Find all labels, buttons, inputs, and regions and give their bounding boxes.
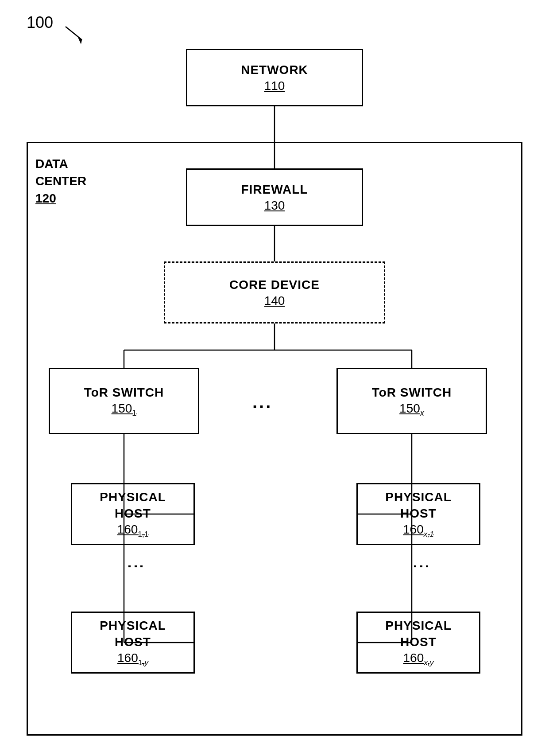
physical-host-1-1-box: PHYSICALHOST 1601,1 [71, 483, 195, 545]
network-id: 110 [264, 79, 285, 93]
left-vertical-ellipsis: ⋮ [130, 557, 143, 576]
right-vertical-ellipsis: ⋮ [416, 557, 428, 576]
physical-host-x-y-box: PHYSICALHOST 160x,y [356, 612, 480, 674]
physical-host-x-y-id: 160x,y [403, 651, 434, 667]
physical-host-1-1-id: 1601,1 [117, 522, 149, 539]
tor-switch-x-id: 150x [399, 401, 424, 418]
physical-host-1-y-box: PHYSICALHOST 1601,y [71, 612, 195, 674]
physical-host-x-1-id: 160x,1 [403, 522, 434, 539]
physical-host-1-y-label: PHYSICALHOST [100, 618, 166, 650]
svg-line-0 [66, 27, 82, 40]
datacenter-label: DATACENTER120 [35, 155, 86, 207]
switch-ellipsis: ... [252, 392, 272, 412]
diagram: 100 NETWORK 110 DATACENTER120 FIREWALL 1… [0, 0, 549, 756]
firewall-box: FIREWALL 130 [186, 168, 363, 226]
firewall-id: 130 [264, 199, 285, 213]
svg-marker-1 [77, 36, 82, 44]
tor-switch-x-label: ToR SWITCH [372, 385, 452, 401]
core-device-id: 140 [264, 294, 285, 308]
tor-switch-1-id: 1501 [112, 401, 137, 418]
physical-host-x-1-label: PHYSICALHOST [385, 489, 452, 522]
physical-host-x-y-label: PHYSICALHOST [385, 618, 452, 650]
physical-host-1-y-id: 1601,y [117, 651, 148, 667]
tor-switch-1-label: ToR SWITCH [84, 385, 164, 401]
network-label: NETWORK [241, 62, 308, 78]
physical-host-x-1-box: PHYSICALHOST 160x,1 [356, 483, 480, 545]
firewall-label: FIREWALL [241, 182, 308, 198]
tor-switch-x-box: ToR SWITCH 150x [336, 368, 487, 434]
core-device-label: CORE DEVICE [229, 277, 320, 293]
figure-label: 100 [27, 13, 53, 32]
physical-host-1-1-label: PHYSICALHOST [100, 489, 166, 522]
network-box: NETWORK 110 [186, 49, 363, 106]
core-device-box: CORE DEVICE 140 [164, 261, 385, 323]
tor-switch-1-box: ToR SWITCH 1501 [49, 368, 199, 434]
